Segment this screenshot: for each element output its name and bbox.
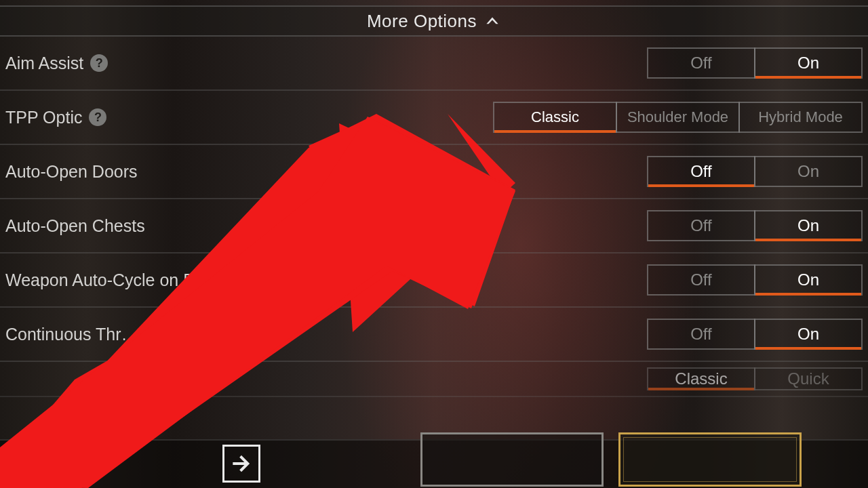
option-group-method: Classic Quick <box>647 367 863 390</box>
setting-row-weapon-auto-cycle: Weapon Auto-Cycle on Empty Off On <box>0 253 868 308</box>
setting-label: Weapon Auto-Cycle on Empty <box>5 270 231 290</box>
setting-label: Aim Assist <box>5 54 83 73</box>
option-shoulder-mode[interactable]: Shoulder Mode <box>616 102 740 133</box>
option-off[interactable]: Off <box>647 156 755 187</box>
option-off[interactable]: Off <box>647 319 755 350</box>
option-hybrid-mode[interactable]: Hybrid Mode <box>738 102 863 133</box>
option-off[interactable]: Off <box>647 47 755 79</box>
option-group-auto-doors: Off On <box>647 156 863 187</box>
setting-row-method: Classic Quick <box>0 362 868 397</box>
option-classic[interactable]: Classic <box>647 367 755 390</box>
option-on[interactable]: On <box>754 319 863 350</box>
header-title: More Options <box>367 11 477 32</box>
setting-row-auto-open-doors: Auto-Open Doors Off On <box>0 145 868 199</box>
option-group-auto-chests: Off On <box>647 210 863 241</box>
setting-row-continuous-throw: Continuous Thr… Off On <box>0 308 868 362</box>
option-group-auto-cycle: Off On <box>647 264 863 296</box>
more-options-header[interactable]: More Options <box>0 5 868 37</box>
option-classic[interactable]: Classic <box>493 102 617 133</box>
setting-label <box>5 369 10 389</box>
option-quick[interactable]: Quick <box>754 367 863 390</box>
option-off[interactable]: Off <box>647 210 755 241</box>
option-on[interactable]: On <box>754 156 863 187</box>
bottom-bar <box>0 439 868 488</box>
setting-label: TPP Optic <box>5 108 82 127</box>
option-off[interactable]: Off <box>647 264 755 296</box>
option-group-cont-throw: Off On <box>647 319 863 350</box>
option-group-tpp-optic: Classic Shoulder Mode Hybrid Mode <box>493 102 863 133</box>
setting-row-auto-open-chests: Auto-Open Chests Off On <box>0 199 868 253</box>
bottom-tab-b[interactable] <box>618 432 802 487</box>
help-icon[interactable]: ? <box>90 54 108 72</box>
setting-label: Continuous Thr… <box>5 325 138 344</box>
setting-label: Auto-Open Chests <box>5 216 145 236</box>
setting-row-aim-assist: Aim Assist ? Off On <box>0 37 868 91</box>
option-group-aim-assist: Off On <box>647 47 863 79</box>
setting-row-tpp-optic: TPP Optic ? Classic Shoulder Mode Hybrid… <box>0 91 868 145</box>
bottom-tab-a[interactable] <box>420 432 604 487</box>
option-on[interactable]: On <box>754 47 863 79</box>
help-icon[interactable]: ? <box>89 108 106 126</box>
option-on[interactable]: On <box>754 210 863 241</box>
setting-label: Auto-Open Doors <box>5 162 138 182</box>
arrow-right-icon[interactable] <box>222 445 260 483</box>
chevron-up-icon <box>484 12 501 30</box>
option-on[interactable]: On <box>754 264 863 296</box>
